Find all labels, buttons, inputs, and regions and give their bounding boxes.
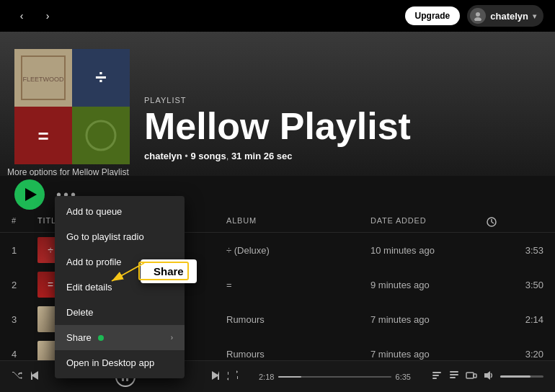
share-label: Share xyxy=(66,332,104,343)
col-header-duration xyxy=(486,216,543,229)
repeat-button[interactable] xyxy=(227,370,239,384)
user-name-label: chatelyn xyxy=(490,11,528,22)
nav-buttons: ‹ › xyxy=(12,6,58,26)
menu-item-share[interactable]: Share › xyxy=(55,325,185,350)
album-art-1: FLEETWOOD xyxy=(14,49,72,107)
col-duration: 3:20 xyxy=(486,349,543,360)
progress-fill xyxy=(278,376,301,378)
col-date: 7 minutes ago xyxy=(370,314,486,325)
lyrics-button[interactable] xyxy=(431,370,443,384)
back-button[interactable]: ‹ xyxy=(12,6,32,26)
row-number: 1 xyxy=(12,245,37,256)
next-icon xyxy=(210,370,221,381)
playlist-meta: chatelyn • 9 songs, 31 min 26 sec xyxy=(144,151,541,161)
play-button[interactable] xyxy=(14,179,45,210)
svg-line-13 xyxy=(492,222,494,223)
hero-section: FLEETWOOD ÷ = PLAYLIST Mellow Playlist xyxy=(0,32,555,176)
col-album: Rumours xyxy=(226,349,370,360)
svg-rect-21 xyxy=(432,375,439,376)
svg-rect-26 xyxy=(466,373,474,378)
col-date: 7 minutes ago xyxy=(370,349,486,360)
volume-bar[interactable] xyxy=(500,375,543,378)
col-header-date: DATE ADDED xyxy=(370,216,486,229)
total-time: 6:35 xyxy=(396,373,411,381)
row-number: 4 xyxy=(12,349,37,360)
playlist-song-count: 9 songs xyxy=(191,151,226,161)
svg-text:=: = xyxy=(48,279,53,290)
svg-point-0 xyxy=(476,12,480,17)
svg-marker-28 xyxy=(484,371,490,380)
svg-text:FLEETWOOD: FLEETWOOD xyxy=(22,76,64,83)
previous-icon xyxy=(29,370,40,381)
user-menu-button[interactable]: chatelyn ▾ xyxy=(467,5,543,27)
playlist-owner: chatelyn xyxy=(144,151,182,161)
svg-marker-19 xyxy=(212,371,219,380)
menu-item-add-queue[interactable]: Add to queue xyxy=(55,199,185,224)
svg-marker-18 xyxy=(31,371,38,380)
col-header-album: ALBUM xyxy=(226,216,370,229)
current-time: 2:18 xyxy=(259,373,274,381)
hero-info: PLAYLIST Mellow Playlist chatelyn • 9 so… xyxy=(144,96,541,164)
devices-button[interactable] xyxy=(466,370,477,384)
devices-icon xyxy=(466,370,477,381)
lyrics-icon xyxy=(431,370,443,381)
chevron-right-icon: › xyxy=(171,334,173,342)
playlist-duration: 31 min 26 sec xyxy=(231,151,293,161)
playlist-title: Mellow Playlist xyxy=(144,107,541,145)
chevron-down-icon: ▾ xyxy=(533,12,536,20)
volume-icon xyxy=(483,370,494,381)
svg-rect-20 xyxy=(432,372,441,373)
col-duration: 2:14 xyxy=(486,314,543,325)
clock-icon xyxy=(486,216,497,228)
queue-button[interactable] xyxy=(448,370,460,384)
svg-rect-25 xyxy=(450,377,456,378)
col-album: Rumours xyxy=(226,314,370,325)
svg-rect-22 xyxy=(432,378,437,379)
progress-area: 2:18 6:35 xyxy=(259,373,411,381)
volume-fill xyxy=(500,375,530,378)
playback-left-controls xyxy=(12,370,40,384)
forward-button[interactable]: › xyxy=(37,6,58,26)
album-art-4 xyxy=(72,107,130,164)
shuffle-icon xyxy=(12,370,23,381)
divide-art: ÷ xyxy=(72,49,130,107)
row-number: 3 xyxy=(12,314,37,325)
col-album: ÷ (Deluxe) xyxy=(226,245,370,256)
play-icon xyxy=(25,188,37,201)
svg-rect-24 xyxy=(450,374,458,375)
share-callout: Share xyxy=(141,259,197,283)
album-art-3: = xyxy=(14,107,72,164)
previous-button[interactable] xyxy=(29,370,40,384)
svg-point-1 xyxy=(474,17,481,21)
queue-icon xyxy=(448,370,460,381)
volume-button[interactable] xyxy=(483,370,494,384)
svg-text:=: = xyxy=(37,125,48,147)
col-duration: 3:53 xyxy=(486,245,543,256)
col-date: 9 minutes ago xyxy=(370,280,486,290)
svg-rect-27 xyxy=(474,374,476,378)
share-dot-indicator xyxy=(98,335,104,341)
col-date: 10 minutes ago xyxy=(370,245,486,256)
other-art xyxy=(72,107,130,164)
playback-right-icons xyxy=(431,370,543,384)
fleetwood-mac-art: FLEETWOOD xyxy=(14,49,72,107)
svg-text:÷: ÷ xyxy=(95,66,106,88)
shuffle-button[interactable] xyxy=(12,370,23,384)
menu-item-open-desktop[interactable]: Open in Desktop app xyxy=(55,350,185,375)
next-button[interactable] xyxy=(210,370,221,384)
playlist-type-label: PLAYLIST xyxy=(144,96,541,104)
svg-text:÷: ÷ xyxy=(48,244,53,256)
upgrade-button[interactable]: Upgrade xyxy=(405,6,461,25)
progress-bar[interactable] xyxy=(278,376,391,378)
user-icon xyxy=(473,11,483,21)
row-number: 2 xyxy=(12,280,37,290)
playback-right-nav xyxy=(210,370,239,384)
menu-item-playlist-radio[interactable]: Go to playlist radio xyxy=(55,224,185,249)
top-right-controls: Upgrade chatelyn ▾ xyxy=(405,5,543,27)
menu-item-delete[interactable]: Delete xyxy=(55,300,185,325)
top-bar: ‹ › Upgrade chatelyn ▾ xyxy=(0,0,555,32)
equals-art: = xyxy=(14,107,72,164)
playlist-cover-art: FLEETWOOD ÷ = xyxy=(14,49,130,164)
context-menu: Add to queue Go to playlist radio Add to… xyxy=(55,196,185,378)
user-avatar xyxy=(470,8,486,24)
